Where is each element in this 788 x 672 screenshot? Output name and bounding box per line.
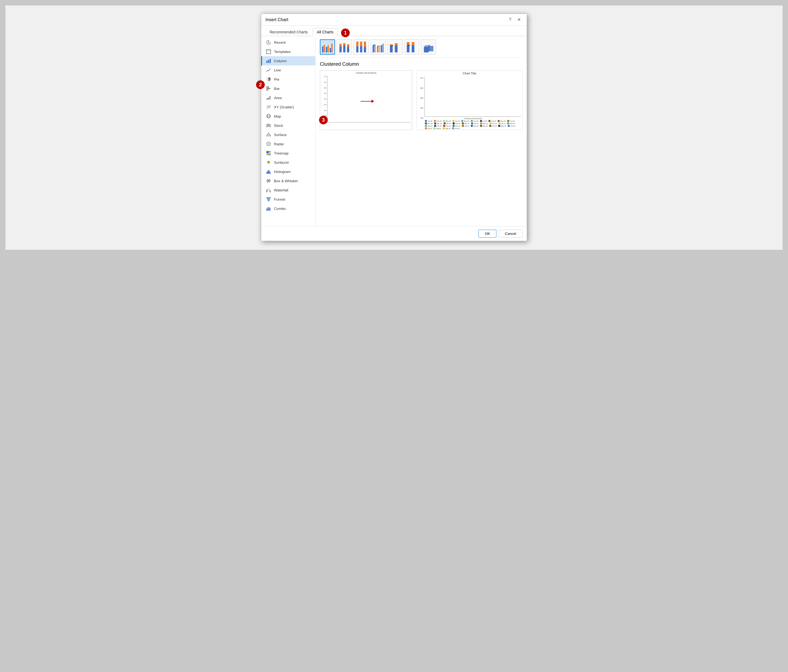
svg-marker-33 [268, 143, 269, 145]
sidebar-item-stock[interactable]: Stock [261, 121, 315, 130]
svg-marker-90 [377, 46, 379, 47]
svg-rect-62 [268, 201, 269, 202]
svg-rect-71 [330, 48, 331, 52]
sidebar-item-sunburst[interactable]: Sunburst [261, 158, 315, 167]
legend-color [507, 120, 509, 122]
legend-item: Aug-22 [434, 127, 441, 129]
ok-button[interactable]: OK [478, 230, 496, 238]
tab-all-charts[interactable]: All Charts [313, 28, 337, 36]
sidebar-item-line-label: Line [274, 68, 281, 72]
sidebar-item-funnel[interactable]: Funnel [261, 195, 315, 204]
large-chart-bars [424, 76, 521, 117]
svg-rect-25 [270, 125, 270, 127]
legend-color [434, 127, 435, 129]
sidebar-item-stock-label: Stock [274, 124, 283, 128]
subtype-100pct-stacked-col[interactable] [354, 40, 369, 55]
svg-rect-56 [268, 188, 269, 189]
sidebar-item-scatter-label: XY (Scatter) [274, 105, 294, 109]
svg-rect-93 [390, 46, 392, 52]
chart-type-name: Clustered Column [320, 61, 523, 67]
sidebar-item-pie[interactable]: Pie [261, 75, 315, 84]
legend-item: Jul-20 [480, 120, 487, 122]
sidebar-item-treemap-label: Treemap [274, 151, 289, 155]
legend-color [480, 120, 482, 122]
surface-icon [266, 132, 271, 137]
help-button[interactable]: ? [507, 17, 513, 23]
svg-rect-61 [267, 200, 270, 201]
subtype-3d-col[interactable] [421, 40, 436, 55]
svg-rect-88 [377, 47, 378, 52]
legend-label: Jan-21 [446, 123, 451, 124]
column-icon [266, 58, 271, 64]
svg-point-11 [268, 107, 269, 108]
svg-rect-59 [266, 197, 271, 198]
svg-rect-3 [268, 60, 269, 63]
svg-rect-19 [267, 125, 267, 127]
sidebar-item-bar[interactable]: Bar [261, 84, 315, 93]
subtype-stacked-col[interactable] [337, 40, 352, 55]
tab-recommended[interactable]: Recommended Charts [265, 28, 312, 36]
legend-color [434, 120, 436, 122]
svg-rect-68 [324, 45, 325, 52]
subtype-3d-stacked-col[interactable] [387, 40, 402, 55]
sidebar-item-area-label: Area [274, 96, 282, 100]
sidebar-item-line[interactable]: Line [261, 65, 315, 75]
sunburst-icon [266, 160, 271, 165]
legend-color [489, 122, 491, 124]
svg-rect-69 [326, 47, 327, 52]
close-button[interactable]: ✕ [516, 17, 523, 23]
legend-item: Jun-21 [489, 122, 497, 124]
sidebar-item-histogram[interactable]: Histogram [261, 167, 315, 176]
svg-rect-102 [411, 42, 415, 45]
sidebar-item-boxwhisker[interactable]: Box & Whisker [261, 176, 315, 186]
sidebar-item-scatter[interactable]: XY (Scatter) [261, 102, 315, 111]
svg-rect-96 [395, 45, 397, 52]
x-axis-label: Cereals and products [425, 118, 521, 119]
legend-color [507, 122, 509, 124]
sidebar-item-surface[interactable]: Surface [261, 130, 315, 139]
dialog-tabs: Recommended Charts All Charts [261, 26, 527, 36]
subtype-3d-100pct-stacked-col[interactable] [404, 40, 419, 55]
legend-label: Sep-22 [445, 128, 451, 129]
svg-rect-85 [373, 46, 374, 52]
sidebar-item-column[interactable]: Column [261, 56, 315, 65]
legend-label: Aug-21 [510, 123, 515, 124]
legend-item: Apr-22 [489, 125, 497, 127]
svg-rect-57 [270, 190, 270, 192]
sidebar-item-area[interactable]: Area [261, 93, 315, 102]
subtype-3d-clustered-col[interactable] [370, 40, 386, 55]
svg-rect-107 [429, 46, 434, 51]
subtype-clustered-col[interactable] [320, 40, 335, 55]
legend-item: Sep-20 [498, 120, 505, 122]
svg-rect-7 [266, 88, 270, 89]
svg-rect-64 [267, 208, 268, 211]
svg-rect-41 [266, 172, 267, 174]
sidebar-item-map[interactable]: Map [261, 111, 315, 121]
svg-rect-79 [356, 46, 358, 52]
sidebar-item-templates[interactable]: Templates [261, 47, 315, 56]
sidebar-item-treemap[interactable]: Treemap [261, 149, 315, 158]
sidebar-item-waterfall[interactable]: Waterfall [261, 186, 315, 195]
legend-item: Jun-20 [471, 120, 478, 122]
svg-point-12 [267, 106, 268, 106]
legend-item: Mar-20 [443, 120, 451, 122]
legend-item: Dec-20 [434, 122, 442, 124]
legend-color [489, 125, 491, 127]
sidebar-item-combo[interactable]: Combo [261, 204, 315, 213]
legend-label: Sep-21 [427, 125, 432, 127]
large-chart-title: Chart Title [418, 71, 521, 75]
svg-point-10 [267, 108, 268, 109]
svg-rect-2 [266, 60, 267, 63]
sidebar-item-radar[interactable]: Radar [261, 139, 315, 149]
legend-color [471, 122, 473, 124]
cancel-button[interactable]: Cancel [499, 230, 523, 238]
svg-rect-98 [407, 46, 410, 52]
legend-label: May-20 [464, 120, 469, 122]
legend-item: Oct-22 [452, 127, 459, 129]
legend-color [471, 120, 473, 122]
bar-icon [266, 86, 271, 91]
legend-label: Aug-22 [436, 128, 441, 129]
legend-item: May-22 [498, 125, 506, 127]
svg-rect-4 [270, 59, 271, 63]
sidebar-item-recent[interactable]: Recent [261, 38, 315, 47]
